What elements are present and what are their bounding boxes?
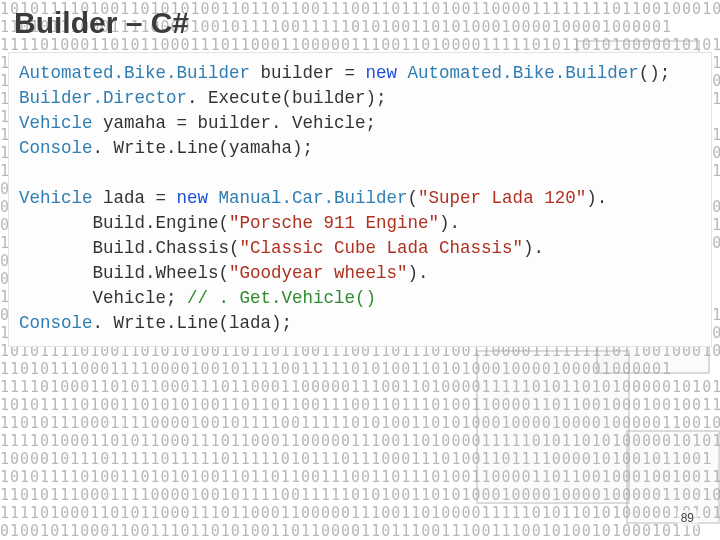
code-token: ). [586,188,607,208]
slide-title: Builder – C# [14,6,189,40]
code-token: ). [523,238,544,258]
code-token: "Super Lada 120" [418,188,586,208]
code-block: Automated.Bike.Builder builder = new Aut… [8,52,712,347]
code-token: Console [19,138,93,158]
code-indent [19,288,93,308]
code-indent [19,238,93,258]
code-token: new [177,188,209,208]
page-number: 89 [677,510,698,526]
code-token: Vehicle [19,113,93,133]
code-token: Automated.Bike.Builder [19,63,250,83]
code-token: = [345,63,366,83]
code-token: ( [408,188,419,208]
code-token: Manual.Car.Builder [219,188,408,208]
code-token: "Porsche 911 Engine" [229,213,439,233]
code-token: Build.Engine( [93,213,230,233]
code-indent [19,263,93,283]
code-token: Build.Chassis( [93,238,240,258]
code-token: "Classic Cube Lada Chassis" [240,238,524,258]
code-token: // . Get.Vehicle() [187,288,376,308]
code-token: Build.Wheels( [93,263,230,283]
code-token: "Goodyear wheels" [229,263,408,283]
code-token: builder [250,63,345,83]
code-token: Builder.Director [19,88,187,108]
code-token [208,188,219,208]
code-token: Console [19,313,93,333]
code-token: Automated.Bike.Builder [408,63,639,83]
code-token: new [366,63,398,83]
code-token: . Write.Line(yamaha); [93,138,314,158]
code-token [397,63,408,83]
code-indent [19,213,93,233]
code-token: Vehicle; [93,288,188,308]
code-token: . Write.Line(lada); [93,313,293,333]
code-token: ). [408,263,429,283]
code-token: Vehicle [19,188,93,208]
code-token: lada = [93,188,177,208]
code-token: ). [439,213,460,233]
code-token: . Execute(builder); [187,88,387,108]
code-token: (); [639,63,671,83]
code-token: yamaha = builder. Vehicle; [93,113,377,133]
